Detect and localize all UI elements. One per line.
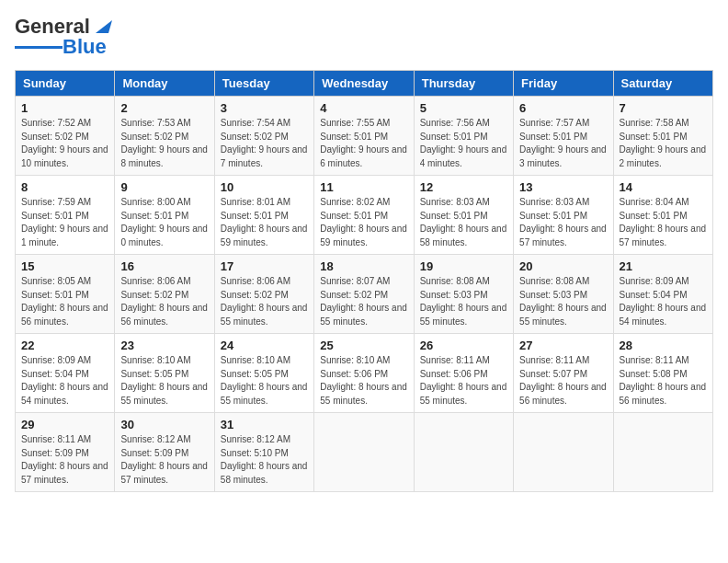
day-info: Sunrise: 8:03 AM Sunset: 5:01 PM Dayligh… [519, 196, 607, 249]
day-info: Sunrise: 8:02 AM Sunset: 5:01 PM Dayligh… [320, 196, 407, 249]
day-number: 13 [519, 180, 607, 194]
day-info: Sunrise: 8:11 AM Sunset: 5:08 PM Dayligh… [620, 354, 707, 408]
logo-bird-icon [92, 17, 112, 37]
calendar-day-18: 18 Sunrise: 8:07 AM Sunset: 5:02 PM Dayl… [314, 255, 414, 334]
column-header-monday: Monday [115, 71, 214, 97]
calendar-day-30: 30 Sunrise: 8:12 AM Sunset: 5:09 PM Dayl… [115, 413, 214, 492]
day-number: 18 [320, 259, 407, 273]
calendar-day-2: 2 Sunrise: 7:53 AM Sunset: 5:02 PM Dayli… [115, 97, 214, 176]
calendar-day-6: 6 Sunrise: 7:57 AM Sunset: 5:01 PM Dayli… [514, 97, 613, 176]
day-info: Sunrise: 8:10 AM Sunset: 5:05 PM Dayligh… [221, 354, 308, 408]
day-number: 10 [221, 180, 308, 194]
calendar-week-2: 8 Sunrise: 7:59 AM Sunset: 5:01 PM Dayli… [16, 176, 713, 255]
column-header-friday: Friday [514, 71, 613, 97]
day-info: Sunrise: 8:09 AM Sunset: 5:04 PM Dayligh… [620, 275, 707, 328]
day-info: Sunrise: 8:01 AM Sunset: 5:01 PM Dayligh… [221, 196, 308, 249]
calendar-day-28: 28 Sunrise: 8:11 AM Sunset: 5:08 PM Dayl… [613, 334, 712, 413]
day-info: Sunrise: 8:00 AM Sunset: 5:01 PM Dayligh… [120, 196, 208, 249]
calendar-week-3: 15 Sunrise: 8:05 AM Sunset: 5:01 PM Dayl… [16, 255, 713, 334]
calendar-day-24: 24 Sunrise: 8:10 AM Sunset: 5:05 PM Dayl… [214, 334, 313, 413]
day-number: 12 [420, 180, 507, 194]
day-info: Sunrise: 8:06 AM Sunset: 5:02 PM Dayligh… [221, 275, 308, 328]
calendar-day-8: 8 Sunrise: 7:59 AM Sunset: 5:01 PM Dayli… [16, 176, 115, 255]
calendar-day-13: 13 Sunrise: 8:03 AM Sunset: 5:01 PM Dayl… [514, 176, 613, 255]
calendar-day-29: 29 Sunrise: 8:11 AM Sunset: 5:09 PM Dayl… [16, 413, 115, 492]
calendar-week-4: 22 Sunrise: 8:09 AM Sunset: 5:04 PM Dayl… [16, 334, 713, 413]
day-info: Sunrise: 7:52 AM Sunset: 5:02 PM Dayligh… [21, 117, 108, 170]
day-number: 25 [320, 339, 407, 352]
day-info: Sunrise: 8:03 AM Sunset: 5:01 PM Dayligh… [420, 196, 507, 249]
empty-cell [613, 413, 712, 492]
day-info: Sunrise: 8:10 AM Sunset: 5:05 PM Dayligh… [120, 354, 208, 408]
day-number: 2 [120, 101, 208, 115]
day-number: 17 [221, 259, 308, 273]
day-info: Sunrise: 8:07 AM Sunset: 5:02 PM Dayligh… [320, 275, 407, 328]
calendar-day-19: 19 Sunrise: 8:08 AM Sunset: 5:03 PM Dayl… [414, 255, 513, 334]
page-header: General Blue [15, 15, 713, 59]
calendar-day-16: 16 Sunrise: 8:06 AM Sunset: 5:02 PM Dayl… [115, 255, 214, 334]
calendar-day-27: 27 Sunrise: 8:11 AM Sunset: 5:07 PM Dayl… [514, 334, 613, 413]
day-info: Sunrise: 8:12 AM Sunset: 5:10 PM Dayligh… [221, 433, 308, 487]
day-info: Sunrise: 8:11 AM Sunset: 5:07 PM Dayligh… [519, 354, 607, 408]
day-number: 24 [221, 339, 308, 352]
logo: General Blue [15, 15, 112, 59]
column-header-wednesday: Wednesday [314, 71, 414, 97]
day-number: 29 [21, 418, 108, 431]
day-number: 7 [620, 101, 707, 115]
day-info: Sunrise: 8:04 AM Sunset: 5:01 PM Dayligh… [620, 196, 707, 249]
calendar-day-20: 20 Sunrise: 8:08 AM Sunset: 5:03 PM Dayl… [514, 255, 613, 334]
calendar-day-5: 5 Sunrise: 7:56 AM Sunset: 5:01 PM Dayli… [414, 97, 513, 176]
calendar-day-10: 10 Sunrise: 8:01 AM Sunset: 5:01 PM Dayl… [214, 176, 313, 255]
calendar-week-1: 1 Sunrise: 7:52 AM Sunset: 5:02 PM Dayli… [16, 97, 713, 176]
day-number: 4 [320, 101, 407, 115]
calendar-day-21: 21 Sunrise: 8:09 AM Sunset: 5:04 PM Dayl… [613, 255, 712, 334]
day-info: Sunrise: 8:11 AM Sunset: 5:06 PM Dayligh… [420, 354, 507, 408]
column-header-tuesday: Tuesday [214, 71, 313, 97]
day-info: Sunrise: 8:10 AM Sunset: 5:06 PM Dayligh… [320, 354, 407, 408]
day-info: Sunrise: 8:06 AM Sunset: 5:02 PM Dayligh… [120, 275, 208, 328]
day-number: 28 [620, 339, 707, 352]
day-number: 6 [519, 101, 607, 115]
empty-cell [514, 413, 613, 492]
calendar-day-14: 14 Sunrise: 8:04 AM Sunset: 5:01 PM Dayl… [613, 176, 712, 255]
day-number: 22 [21, 339, 108, 352]
calendar-day-26: 26 Sunrise: 8:11 AM Sunset: 5:06 PM Dayl… [414, 334, 513, 413]
calendar-week-5: 29 Sunrise: 8:11 AM Sunset: 5:09 PM Dayl… [16, 413, 713, 492]
calendar-day-11: 11 Sunrise: 8:02 AM Sunset: 5:01 PM Dayl… [314, 176, 414, 255]
calendar-day-1: 1 Sunrise: 7:52 AM Sunset: 5:02 PM Dayli… [16, 97, 115, 176]
day-number: 21 [620, 259, 707, 273]
calendar-day-4: 4 Sunrise: 7:55 AM Sunset: 5:01 PM Dayli… [314, 97, 414, 176]
svg-marker-0 [96, 20, 112, 33]
calendar-day-31: 31 Sunrise: 8:12 AM Sunset: 5:10 PM Dayl… [214, 413, 313, 492]
day-info: Sunrise: 7:54 AM Sunset: 5:02 PM Dayligh… [221, 117, 308, 170]
day-info: Sunrise: 7:53 AM Sunset: 5:02 PM Dayligh… [120, 117, 208, 170]
day-number: 3 [221, 101, 308, 115]
day-number: 14 [620, 180, 707, 194]
day-number: 11 [320, 180, 407, 194]
day-info: Sunrise: 8:08 AM Sunset: 5:03 PM Dayligh… [519, 275, 607, 328]
day-number: 1 [21, 101, 108, 115]
day-number: 16 [120, 259, 208, 273]
calendar-day-12: 12 Sunrise: 8:03 AM Sunset: 5:01 PM Dayl… [414, 176, 513, 255]
day-info: Sunrise: 8:08 AM Sunset: 5:03 PM Dayligh… [420, 275, 507, 328]
column-header-sunday: Sunday [16, 71, 115, 97]
day-number: 31 [221, 418, 308, 431]
day-number: 20 [519, 259, 607, 273]
day-info: Sunrise: 7:56 AM Sunset: 5:01 PM Dayligh… [420, 117, 507, 170]
calendar-day-17: 17 Sunrise: 8:06 AM Sunset: 5:02 PM Dayl… [214, 255, 313, 334]
day-number: 8 [21, 180, 108, 194]
calendar-day-9: 9 Sunrise: 8:00 AM Sunset: 5:01 PM Dayli… [115, 176, 214, 255]
calendar-day-3: 3 Sunrise: 7:54 AM Sunset: 5:02 PM Dayli… [214, 97, 313, 176]
day-info: Sunrise: 8:12 AM Sunset: 5:09 PM Dayligh… [120, 433, 208, 487]
calendar-day-23: 23 Sunrise: 8:10 AM Sunset: 5:05 PM Dayl… [115, 334, 214, 413]
day-info: Sunrise: 7:58 AM Sunset: 5:01 PM Dayligh… [620, 117, 707, 170]
calendar-header-row: SundayMondayTuesdayWednesdayThursdayFrid… [16, 71, 713, 97]
day-number: 9 [120, 180, 208, 194]
day-number: 23 [120, 339, 208, 352]
calendar-body: 1 Sunrise: 7:52 AM Sunset: 5:02 PM Dayli… [16, 97, 713, 492]
calendar-day-25: 25 Sunrise: 8:10 AM Sunset: 5:06 PM Dayl… [314, 334, 414, 413]
day-info: Sunrise: 8:05 AM Sunset: 5:01 PM Dayligh… [21, 275, 108, 328]
empty-cell [314, 413, 414, 492]
column-header-thursday: Thursday [414, 71, 513, 97]
day-number: 19 [420, 259, 507, 273]
